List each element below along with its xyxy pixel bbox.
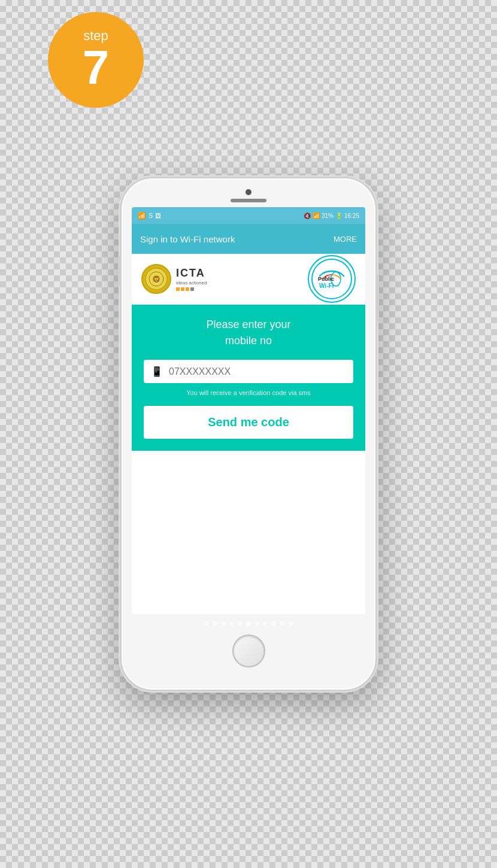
signal-bars: 📶 [313,213,320,219]
icta-logo: ICTA ideas actioned [176,267,207,290]
battery-icon: 🔋 [335,213,343,219]
dot-10 [280,621,284,626]
phone-top [122,178,375,207]
logo-left: 🦁 ICTA ideas actioned [141,264,207,294]
icta-sub: ideas actioned [176,280,207,286]
phone-camera [246,189,251,195]
main-content: Please enter your mobile no 📱 You will r… [132,305,365,451]
phone-input-container: 📱 [144,360,353,383]
phone-screen: 📶 S 🖼 🔇 📶 31% 🔋 16:25 Sign in to Wi-Fi n… [132,207,365,614]
mobile-icon: 📱 [151,366,163,377]
dot-4 [229,621,234,626]
battery-percent: 31% [322,213,334,219]
dot-8 [263,621,268,626]
more-button[interactable]: MORE [334,235,357,244]
send-code-button[interactable]: Send me code [144,406,353,439]
wifi-icon: 📶 [138,212,146,220]
home-button[interactable] [232,635,265,667]
svg-text:Wi-Fi: Wi-Fi [319,283,334,289]
dot-5 [238,621,243,626]
status-left: 📶 S 🖼 [138,212,161,220]
app-title: Sign in to Wi-Fi network [140,234,235,244]
logo-bar: 🦁 ICTA ideas actioned [132,254,365,305]
dot-7 [254,621,259,626]
emblem: 🦁 [141,264,171,294]
icta-text: ICTA [176,267,205,280]
clock: 16:25 [344,213,359,219]
pagination-dots [204,621,293,626]
sms-hint: You will receive a verification code via… [186,389,310,396]
status-bar: 📶 S 🖼 🔇 📶 31% 🔋 16:25 [132,207,365,224]
step-number: 7 [83,44,110,92]
app-header: Sign in to Wi-Fi network MORE [132,224,365,254]
phone-shell: 📶 S 🖼 🔇 📶 31% 🔋 16:25 Sign in to Wi-Fi n… [120,177,377,691]
dot-9 [271,621,276,626]
phone-bottom [122,614,375,678]
step-badge: step 7 [48,12,144,108]
mobile-number-input[interactable] [169,366,346,377]
dot-1 [204,621,209,626]
mute-icon: 🔇 [304,213,311,219]
dot-2 [213,621,217,626]
svg-text:Public: Public [318,276,334,282]
sync-icon: S [149,212,153,219]
phone-speaker [231,199,266,202]
enter-mobile-text: Please enter your mobile no [206,317,290,349]
dot-3 [221,621,226,626]
status-right: 🔇 📶 31% 🔋 16:25 [304,213,359,219]
page-container: step 7 📶 S 🖼 🔇 📶 31% [0,0,497,868]
image-icon: 🖼 [155,213,161,219]
public-wifi-logo: Public Wi-Fi [308,255,356,303]
svg-text:🦁: 🦁 [153,275,160,283]
dot-11 [288,621,293,626]
dot-6 [246,621,251,626]
icta-dots [176,287,194,291]
